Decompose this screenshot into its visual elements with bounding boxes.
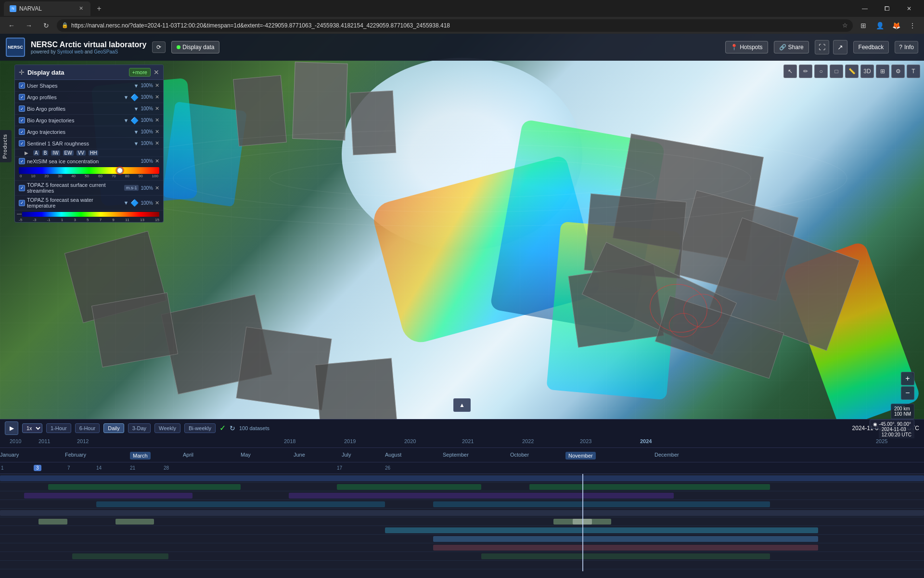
tl-bar-row-6[interactable]	[0, 517, 924, 526]
maximize-button[interactable]: ⧠	[876, 0, 898, 17]
sar-badge-hh[interactable]: HH	[89, 150, 98, 156]
share-button[interactable]: 🔗 Share	[774, 41, 809, 53]
layer-row-topaz-streamlines[interactable]: TOPAZ 5 forecast surface current streaml…	[15, 181, 163, 196]
interval-6hour-button[interactable]: 6-Hour	[75, 423, 100, 433]
layer-checkbox-topaz-streamlines[interactable]	[19, 185, 25, 191]
toolbar-measure-icon[interactable]: 📏	[845, 65, 859, 78]
layer-row-argo-profiles[interactable]: Argo profiles ▼ 🔷 100% ✕	[15, 92, 163, 103]
forward-button[interactable]: →	[22, 19, 36, 32]
layer-filter-argo-profiles[interactable]: ▼	[124, 94, 129, 100]
layer-row-bio-argo-traj[interactable]: Bio Argo trajectories ▼ 🔷 100% ✕	[15, 115, 163, 126]
active-tab[interactable]: N NARVAL ✕	[4, 1, 90, 16]
layer-remove-user-shapes[interactable]: ✕	[155, 82, 159, 89]
layer-row-argo-traj[interactable]: Argo trajectories ▼ 100% ✕	[15, 126, 163, 138]
layer-checkbox-argo-profiles[interactable]	[19, 94, 25, 100]
layer-remove-topaz-streamlines[interactable]: ✕	[155, 185, 159, 191]
tl-bar-row-5[interactable]	[0, 509, 924, 517]
tl-bar-row-9[interactable]	[0, 543, 924, 552]
tl-bar-row-1[interactable]	[0, 474, 924, 483]
interval-daily-button[interactable]: Daily	[103, 423, 124, 433]
toolbar-3d-icon[interactable]: 3D	[860, 65, 874, 78]
scroll-up-button[interactable]: ▲	[453, 398, 471, 412]
layer-checkbox-sentinel-sar[interactable]	[19, 140, 25, 146]
nextsim-slider-thumb[interactable]	[116, 167, 123, 174]
extensions-button[interactable]: ⊞	[857, 19, 870, 32]
speed-select[interactable]: 1x 2x 4x	[22, 423, 42, 433]
syntool-link[interactable]: Syntool web	[57, 49, 83, 54]
minimize-button[interactable]: —	[854, 0, 876, 17]
map-refresh-button[interactable]: ⟳	[152, 41, 166, 53]
url-bar[interactable]: 🔒 https://narval.nersc.no/?date=2024-11-…	[57, 19, 853, 32]
layer-remove-argo-profiles[interactable]: ✕	[155, 94, 159, 100]
layer-remove-bio-argo-traj[interactable]: ✕	[155, 117, 159, 123]
timeline-grid[interactable]: 2010 2011 2012 2018 2019 2020 2021 2022 …	[0, 436, 924, 571]
layer-remove-sentinel-sar[interactable]: ✕	[155, 140, 159, 146]
layer-remove-topaz-temp[interactable]: ✕	[155, 200, 159, 206]
toolbar-pencil-icon[interactable]: ✏	[799, 65, 812, 78]
sar-badge-ew[interactable]: EW	[63, 150, 74, 156]
layer-row-user-shapes[interactable]: User Shapes ▼ 100% ✕	[15, 80, 163, 92]
tl-bar-row-3[interactable]	[0, 491, 924, 500]
tl-bar-row-7[interactable]	[0, 526, 924, 535]
products-sidebar[interactable]: Products	[0, 130, 12, 162]
toolbar-layers-icon[interactable]: ⊞	[876, 65, 889, 78]
layer-row-sentinel-sar[interactable]: Sentinel 1 SAR roughness ▼ 100% ✕	[15, 138, 163, 149]
zoom-out-button[interactable]: −	[901, 386, 914, 400]
toolbar-cursor-icon[interactable]: ↖	[783, 65, 797, 78]
play-button[interactable]: ▶	[5, 421, 18, 435]
layer-remove-argo-traj[interactable]: ✕	[155, 129, 159, 135]
sar-badge-vv[interactable]: VV	[77, 150, 86, 156]
tl-bar-row-11[interactable]	[0, 561, 924, 569]
refresh-button[interactable]: ↻	[39, 19, 53, 32]
sar-badge-b[interactable]: B	[42, 150, 49, 156]
geospaas-link[interactable]: GeoSPaaS	[94, 49, 118, 54]
panel-add-button[interactable]: +more	[129, 68, 151, 77]
toolbar-settings-icon[interactable]: ⚙	[891, 65, 905, 78]
layer-checkbox-bio-argo-profiles[interactable]	[19, 105, 25, 112]
layer-row-bio-argo-profiles[interactable]: Bio Argo profiles ▼ 100% ✕	[15, 103, 163, 115]
info-button[interactable]: ? Info	[895, 41, 918, 53]
layer-filter-bio-argo-profiles[interactable]: ▼	[134, 106, 139, 112]
new-tab-button[interactable]: +	[92, 2, 106, 15]
interval-biweekly-button[interactable]: Bi-weekly	[184, 423, 216, 433]
layer-checkbox-nextsim[interactable]	[19, 158, 25, 164]
sar-badge-a[interactable]: A	[33, 150, 39, 156]
back-button[interactable]: ←	[5, 19, 18, 32]
layer-checkbox-user-shapes[interactable]	[19, 82, 25, 89]
zoom-in-button[interactable]: +	[901, 372, 914, 385]
tl-bar-row-10[interactable]	[0, 552, 924, 561]
sar-badge-iw[interactable]: IW	[51, 150, 60, 156]
toolbar-square-icon[interactable]: □	[830, 65, 843, 78]
layer-filter-sentinel-sar[interactable]: ▼	[134, 141, 139, 146]
sar-expand-icon[interactable]: ▶	[25, 150, 28, 156]
export-button[interactable]: ↗	[833, 40, 847, 54]
layer-row-nextsim[interactable]: neXtSIM sea ice concentration 100% ✕ 010…	[15, 157, 163, 181]
bookmark-button[interactable]: ☆	[842, 22, 848, 29]
layer-filter-bio-argo-traj[interactable]: ▼	[124, 118, 129, 123]
settings-button[interactable]: ⋮	[906, 19, 919, 32]
interval-3day-button[interactable]: 3-Day	[128, 423, 151, 433]
layer-checkbox-bio-argo-traj[interactable]	[19, 117, 25, 123]
profile-button[interactable]: 👤	[873, 19, 886, 32]
layer-checkbox-topaz-temp[interactable]	[19, 200, 25, 206]
layer-checkbox-argo-traj[interactable]	[19, 129, 25, 135]
tl-bar-row-2[interactable]	[0, 483, 924, 491]
feedback-button[interactable]: Feedback	[853, 41, 889, 53]
panel-drag-handle[interactable]: ✛	[19, 68, 25, 76]
tl-bar-row-4[interactable]	[0, 500, 924, 509]
toolbar-circle-icon[interactable]: ○	[814, 65, 828, 78]
display-data-button[interactable]: Display data	[171, 41, 219, 53]
layer-filter-topaz-temp[interactable]: ▼	[124, 200, 129, 206]
layer-remove-nextsim[interactable]: ✕	[155, 158, 159, 164]
toolbar-text-icon[interactable]: T	[907, 65, 920, 78]
firefox-button[interactable]: 🦊	[889, 19, 903, 32]
tl-bar-row-8[interactable]	[0, 535, 924, 543]
fullscreen-button[interactable]: ⛶	[815, 40, 829, 54]
tab-close-button[interactable]: ✕	[77, 5, 85, 13]
interval-weekly-button[interactable]: Weekly	[154, 423, 180, 433]
layer-remove-bio-argo-profiles[interactable]: ✕	[155, 105, 159, 112]
hotspots-button[interactable]: 📍 Hotspots	[725, 41, 768, 53]
nextsim-slider[interactable]	[19, 167, 159, 174]
interval-1hour-button[interactable]: 1-Hour	[46, 423, 71, 433]
layer-row-topaz-temp[interactable]: TOPAZ 5 forecast sea water temperature ▼…	[15, 196, 163, 210]
